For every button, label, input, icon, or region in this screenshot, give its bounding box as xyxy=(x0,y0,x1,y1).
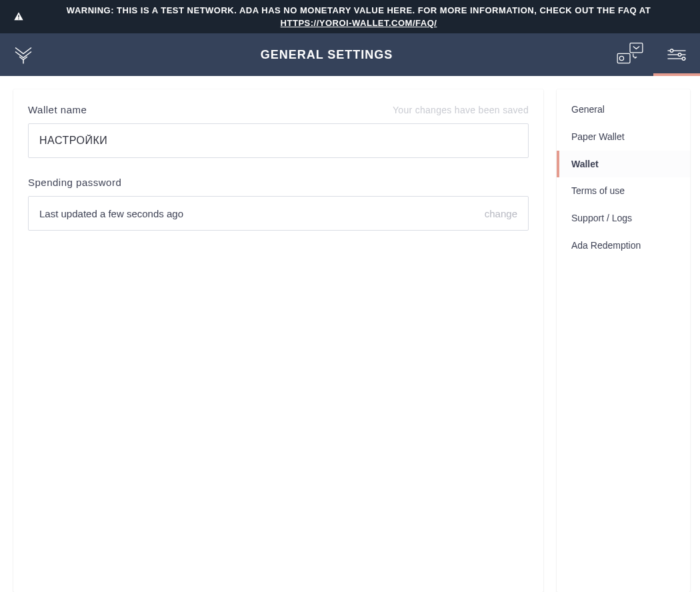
page-title: GENERAL SETTINGS xyxy=(47,33,607,76)
settings-sliders-icon xyxy=(667,48,687,61)
warning-text: WARNING: THIS IS A TEST NETWORK. ADA HAS… xyxy=(67,5,651,15)
spending-password-box: Last updated a few seconds ago change xyxy=(28,196,529,231)
wallet-name-label: Wallet name xyxy=(28,104,87,115)
warning-text-wrap: WARNING: THIS IS A TEST NETWORK. ADA HAS… xyxy=(31,4,687,30)
svg-point-5 xyxy=(619,56,623,60)
change-password-link[interactable]: change xyxy=(485,208,517,219)
warning-icon xyxy=(13,11,24,22)
yoroi-logo-icon xyxy=(13,45,33,65)
nav-item-ada-redemption[interactable]: Ada Redemption xyxy=(557,232,690,259)
svg-point-11 xyxy=(682,57,685,61)
app-logo-button[interactable] xyxy=(0,33,47,76)
topbar: GENERAL SETTINGS xyxy=(0,33,700,76)
settings-main-card: Wallet name Your changes have been saved… xyxy=(13,89,543,592)
wallet-name-label-row: Wallet name Your changes have been saved xyxy=(28,104,529,115)
body-area: Wallet name Your changes have been saved… xyxy=(0,76,700,592)
warning-faq-link[interactable]: HTTPS://YOROI-WALLET.COM/FAQ/ xyxy=(281,18,437,28)
svg-point-7 xyxy=(670,49,673,53)
nav-item-support-logs[interactable]: Support / Logs xyxy=(557,205,690,232)
wallet-name-saved-note: Your changes have been saved xyxy=(393,105,529,115)
wallet-name-group: Wallet name Your changes have been saved xyxy=(28,104,529,158)
settings-sidebar: General Paper Wallet Wallet Terms of use… xyxy=(557,89,690,592)
svg-rect-1 xyxy=(18,19,19,19)
nav-item-general[interactable]: General xyxy=(557,89,690,123)
wallets-button[interactable] xyxy=(607,33,653,76)
spending-password-group: Spending password Last updated a few sec… xyxy=(28,177,529,231)
nav-item-terms-of-use[interactable]: Terms of use xyxy=(557,177,690,205)
spending-password-label: Spending password xyxy=(28,177,121,188)
test-network-warning-banner: WARNING: THIS IS A TEST NETWORK. ADA HAS… xyxy=(0,0,700,33)
svg-rect-3 xyxy=(630,43,643,53)
wallet-name-input[interactable] xyxy=(28,123,529,158)
wallets-stack-icon xyxy=(615,42,645,67)
settings-nav: General Paper Wallet Wallet Terms of use… xyxy=(557,89,690,259)
spending-password-status: Last updated a few seconds ago xyxy=(39,208,183,219)
svg-point-9 xyxy=(678,53,681,57)
topbar-actions xyxy=(607,33,700,76)
svg-rect-0 xyxy=(18,15,19,17)
nav-item-paper-wallet[interactable]: Paper Wallet xyxy=(557,123,690,151)
nav-item-wallet[interactable]: Wallet xyxy=(557,151,690,178)
settings-button[interactable] xyxy=(653,33,700,76)
spending-password-label-row: Spending password xyxy=(28,177,529,188)
